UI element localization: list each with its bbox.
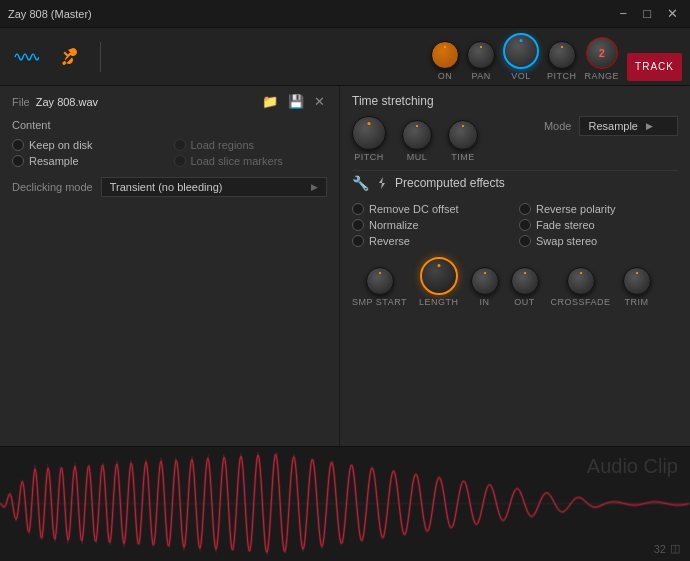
load-slice-markers-option[interactable]: Load slice markers xyxy=(174,155,328,167)
waveform-icon xyxy=(13,44,39,70)
trim-dot xyxy=(636,272,638,274)
ts-time-knob[interactable] xyxy=(448,120,478,150)
ts-time-label: TIME xyxy=(451,152,475,162)
crossfade-knob-item: CROSSFADE xyxy=(551,267,611,307)
open-folder-button[interactable]: 📁 xyxy=(260,94,280,109)
bit-depth-value: 32 xyxy=(654,543,666,555)
vol-knob-dot xyxy=(520,39,523,42)
pan-knob[interactable] xyxy=(467,41,495,69)
declicking-value-button[interactable]: Transient (no bleeding) ▶ xyxy=(101,177,327,197)
effect-normalize-option[interactable]: Normalize xyxy=(352,219,511,231)
effect-swap-stereo-option[interactable]: Swap stereo xyxy=(519,235,678,247)
title-bar: Zay 808 (Master) − □ ✕ xyxy=(0,0,690,28)
in-knob[interactable] xyxy=(471,267,499,295)
ts-time-knob-item: TIME xyxy=(448,120,478,162)
trim-knob[interactable] xyxy=(623,267,651,295)
declicking-value-text: Transient (no bleeding) xyxy=(110,181,223,193)
content-options: Keep on disk Load regions Resample Load … xyxy=(12,139,327,167)
ts-mul-label: MUL xyxy=(407,152,428,162)
pan-knob-dot xyxy=(480,46,482,48)
close-button[interactable]: ✕ xyxy=(663,6,682,21)
effect-reverse-label: Reverse xyxy=(369,235,410,247)
effects-header: 🔧 Precomputed effects xyxy=(352,170,678,195)
crossfade-knob[interactable] xyxy=(567,267,595,295)
wrench-icon-button[interactable] xyxy=(52,39,88,75)
trim-label: TRIM xyxy=(625,297,649,307)
ts-pitch-knob[interactable] xyxy=(352,116,386,150)
load-slice-markers-label: Load slice markers xyxy=(191,155,283,167)
mode-chevron-icon: ▶ xyxy=(646,121,653,131)
smp-start-knob-item: SMP START xyxy=(352,267,407,307)
right-panel: Time stretching PITCH MUL xyxy=(340,86,690,446)
wrench-icon xyxy=(59,46,81,68)
range-knob-item: 2 RANGE xyxy=(585,37,620,81)
load-regions-label: Load regions xyxy=(191,139,255,151)
effect-swap-stereo-radio xyxy=(519,235,531,247)
title-controls: − □ ✕ xyxy=(616,6,682,21)
load-slice-markers-radio xyxy=(174,155,186,167)
waveform-canvas[interactable] xyxy=(0,447,690,561)
toolbar: ON PAN VOL PITCH 2 RANGE xyxy=(0,28,690,86)
effect-reverse-polarity-option[interactable]: Reverse polarity xyxy=(519,203,678,215)
effect-remove-dc-option[interactable]: Remove DC offset xyxy=(352,203,511,215)
knob-group: ON PAN VOL PITCH 2 RANGE xyxy=(431,33,682,81)
crossfade-dot xyxy=(580,272,582,274)
length-dot xyxy=(437,264,440,267)
chevron-right-icon: ▶ xyxy=(311,182,318,192)
load-regions-radio xyxy=(174,139,186,151)
pitch-knob[interactable] xyxy=(548,41,576,69)
content-section-title: Content xyxy=(12,119,327,131)
mode-label: Mode xyxy=(544,120,572,132)
declicking-row: Declicking mode Transient (no bleeding) … xyxy=(12,177,327,197)
vol-knob-item: VOL xyxy=(503,33,539,81)
effects-grid: Remove DC offset Reverse polarity Normal… xyxy=(352,203,678,247)
out-label: OUT xyxy=(514,297,535,307)
svg-marker-1 xyxy=(379,177,385,189)
effect-reverse-option[interactable]: Reverse xyxy=(352,235,511,247)
declicking-label: Declicking mode xyxy=(12,181,93,193)
toolbar-divider xyxy=(100,42,101,72)
out-knob[interactable] xyxy=(511,267,539,295)
bit-depth-label: 32 ◫ xyxy=(654,542,680,555)
on-label: ON xyxy=(438,71,453,81)
effect-swap-stereo-label: Swap stereo xyxy=(536,235,597,247)
keep-on-disk-label: Keep on disk xyxy=(29,139,93,151)
resample-option[interactable]: Resample xyxy=(12,155,166,167)
waveform-icon-button[interactable] xyxy=(8,39,44,75)
effects-wrench-icon: 🔧 xyxy=(352,175,369,191)
effect-fade-stereo-radio xyxy=(519,219,531,231)
length-knob-item: LENGTH xyxy=(419,257,459,307)
left-panel: File Zay 808.wav 📁 💾 ✕ Content Keep on d… xyxy=(0,86,340,446)
bottom-knobs: SMP START LENGTH IN OUT xyxy=(352,257,678,307)
ts-pitch-label: PITCH xyxy=(354,152,384,162)
effect-remove-dc-radio xyxy=(352,203,364,215)
mode-dropdown[interactable]: Resample ▶ xyxy=(579,116,678,136)
range-badge[interactable]: 2 xyxy=(586,37,618,69)
ts-pitch-knob-item: PITCH xyxy=(352,116,386,162)
vol-label: VOL xyxy=(511,71,531,81)
file-name: Zay 808.wav xyxy=(36,96,254,108)
length-knob[interactable] xyxy=(420,257,458,295)
keep-on-disk-option[interactable]: Keep on disk xyxy=(12,139,166,151)
vol-knob[interactable] xyxy=(503,33,539,69)
ts-mul-knob[interactable] xyxy=(402,120,432,150)
effects-title: Precomputed effects xyxy=(395,176,505,190)
close-file-button[interactable]: ✕ xyxy=(312,94,327,109)
file-row: File Zay 808.wav 📁 💾 ✕ xyxy=(12,94,327,109)
on-knob-item: ON xyxy=(431,41,459,81)
save-file-button[interactable]: 💾 xyxy=(286,94,306,109)
effect-reverse-radio xyxy=(352,235,364,247)
track-button[interactable]: TRACK xyxy=(627,53,682,81)
crossfade-label: CROSSFADE xyxy=(551,297,611,307)
maximize-button[interactable]: □ xyxy=(639,6,655,21)
smp-start-dot xyxy=(379,272,381,274)
in-dot xyxy=(484,272,486,274)
load-regions-option[interactable]: Load regions xyxy=(174,139,328,151)
on-knob[interactable] xyxy=(431,41,459,69)
svg-point-0 xyxy=(63,61,66,64)
smp-start-knob[interactable] xyxy=(366,267,394,295)
effect-remove-dc-label: Remove DC offset xyxy=(369,203,459,215)
pitch-knob-item: PITCH xyxy=(547,41,577,81)
minimize-button[interactable]: − xyxy=(616,6,632,21)
effect-fade-stereo-option[interactable]: Fade stereo xyxy=(519,219,678,231)
